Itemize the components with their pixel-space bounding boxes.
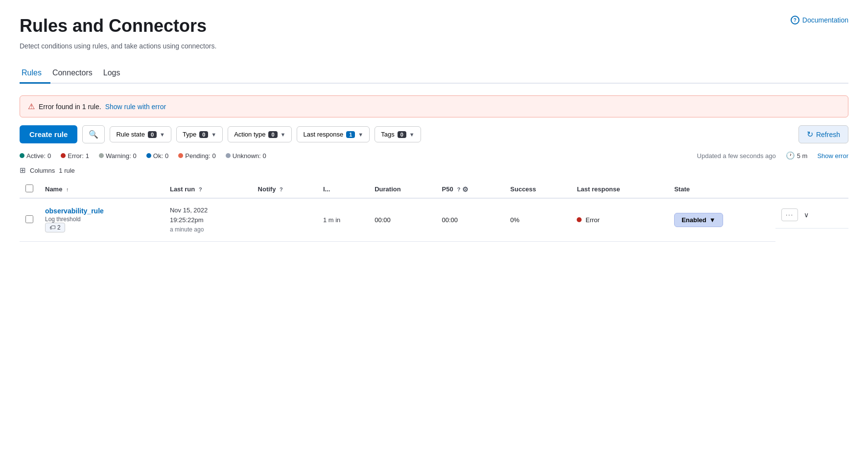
- toolbar: Create rule 🔍 Rule state 0 ▼ Type 0 ▼ Ac…: [20, 125, 848, 143]
- tab-logs[interactable]: Logs: [101, 64, 129, 84]
- type-filter[interactable]: Type 0 ▼: [176, 126, 223, 142]
- error-status: Error: 1: [61, 152, 89, 160]
- col-name: Name ↑: [39, 181, 164, 198]
- error-banner: ⚠ Error found in 1 rule. Show rule with …: [20, 95, 848, 117]
- ok-dot: [146, 153, 151, 158]
- tab-connectors[interactable]: Connectors: [50, 64, 101, 84]
- col-notify: Notify ?: [252, 181, 317, 198]
- col-last-run: Last run ?: [164, 181, 252, 198]
- rules-table: Name ↑ Last run ? Notify ? I... Duration: [20, 181, 848, 242]
- tag-badge: 🏷 2: [45, 223, 65, 232]
- columns-icon: ⊞: [20, 166, 26, 175]
- notify-cell: [252, 198, 317, 241]
- rule-type: Log threshold: [45, 216, 158, 223]
- p50-cell: 00:00: [436, 198, 504, 241]
- rule-name-cell: observability_rule Log threshold 🏷 2: [39, 198, 164, 241]
- show-rule-with-error-link[interactable]: Show rule with error: [105, 103, 166, 111]
- col-last-response: Last response: [571, 181, 668, 198]
- row-actions-cell: ··· ∨: [775, 199, 848, 229]
- state-cell: Enabled ▼: [668, 198, 775, 241]
- search-box[interactable]: 🔍: [82, 125, 105, 143]
- action-type-filter[interactable]: Action type 0 ▼: [228, 126, 292, 142]
- show-error-link[interactable]: Show error: [817, 152, 848, 160]
- create-rule-button[interactable]: Create rule: [20, 125, 77, 143]
- help-icon: ?: [457, 186, 461, 192]
- warning-icon: ⚠: [28, 102, 35, 111]
- help-icon: ?: [280, 186, 283, 192]
- error-banner-message: Error found in 1 rule.: [39, 103, 101, 111]
- last-response-cell: Error: [571, 198, 668, 241]
- gear-icon: ⚙: [462, 185, 469, 193]
- col-success: Success: [504, 181, 571, 198]
- documentation-icon: ?: [791, 16, 799, 24]
- error-dot: [61, 153, 66, 158]
- pending-status: Pending: 0: [178, 152, 216, 160]
- search-icon: 🔍: [89, 130, 98, 139]
- chevron-down-icon: ▼: [358, 132, 363, 138]
- col-interval: I...: [317, 181, 369, 198]
- tags-filter[interactable]: Tags 0 ▼: [375, 126, 421, 142]
- last-response-filter[interactable]: Last response 1 ▼: [297, 126, 370, 142]
- chevron-down-icon: ▼: [211, 132, 216, 138]
- interval-cell: 1 m in: [317, 198, 369, 241]
- rule-count: 1 rule: [59, 167, 75, 174]
- page-title: Rules and Connectors: [20, 16, 207, 36]
- warning-dot: [99, 153, 104, 158]
- rule-state-filter[interactable]: Rule state 0 ▼: [110, 126, 171, 142]
- more-actions-button[interactable]: ···: [781, 208, 798, 221]
- refresh-icon: ↻: [807, 130, 813, 139]
- success-cell: 0%: [504, 198, 571, 241]
- col-duration: Duration: [369, 181, 436, 198]
- tab-rules[interactable]: Rules: [20, 64, 50, 84]
- columns-label[interactable]: Columns: [30, 167, 55, 174]
- updated-text: Updated a few seconds ago: [697, 152, 776, 160]
- ok-status: Ok: 0: [146, 152, 168, 160]
- chevron-down-icon: ▼: [409, 132, 415, 138]
- col-p50: P50 ? ⚙: [436, 181, 504, 198]
- page-subtitle: Detect conditions using rules, and take …: [20, 42, 848, 50]
- status-row: Active: 0 Error: 1 Warning: 0 Ok: 0 Pend…: [20, 151, 848, 160]
- interval-badge: 🕐 5 m: [786, 151, 808, 160]
- active-dot: [20, 153, 24, 158]
- table-row: observability_rule Log threshold 🏷 2 Nov…: [20, 198, 848, 241]
- active-status: Active: 0: [20, 152, 51, 160]
- rule-name-link[interactable]: observability_rule: [45, 207, 104, 215]
- col-actions: [775, 181, 848, 198]
- row-checkbox[interactable]: [25, 215, 33, 223]
- pending-dot: [178, 153, 183, 158]
- tabs: Rules Connectors Logs: [20, 64, 848, 84]
- duration-cell: 00:00: [369, 198, 436, 241]
- unknown-status: Unknown: 0: [226, 152, 266, 160]
- unknown-dot: [226, 153, 231, 158]
- chevron-down-icon: ▼: [160, 132, 165, 138]
- sort-icon: ↑: [66, 186, 69, 192]
- enabled-button[interactable]: Enabled ▼: [674, 213, 723, 227]
- help-icon: ?: [199, 186, 202, 192]
- columns-row: ⊞ Columns 1 rule: [20, 166, 848, 175]
- error-status-dot: [577, 217, 582, 222]
- col-state: State: [668, 181, 775, 198]
- documentation-link[interactable]: ? Documentation: [791, 16, 848, 24]
- chevron-down-icon: ▼: [281, 132, 286, 138]
- chevron-down-icon: ▼: [709, 216, 716, 224]
- refresh-button[interactable]: ↻ Refresh: [798, 125, 848, 143]
- expand-row-button[interactable]: ∨: [802, 209, 811, 221]
- select-all-checkbox[interactable]: [25, 184, 33, 192]
- last-run-cell: Nov 15, 2022 19:25:22pm a minute ago: [164, 198, 252, 241]
- clock-icon: 🕐: [786, 151, 795, 160]
- warning-status: Warning: 0: [99, 152, 137, 160]
